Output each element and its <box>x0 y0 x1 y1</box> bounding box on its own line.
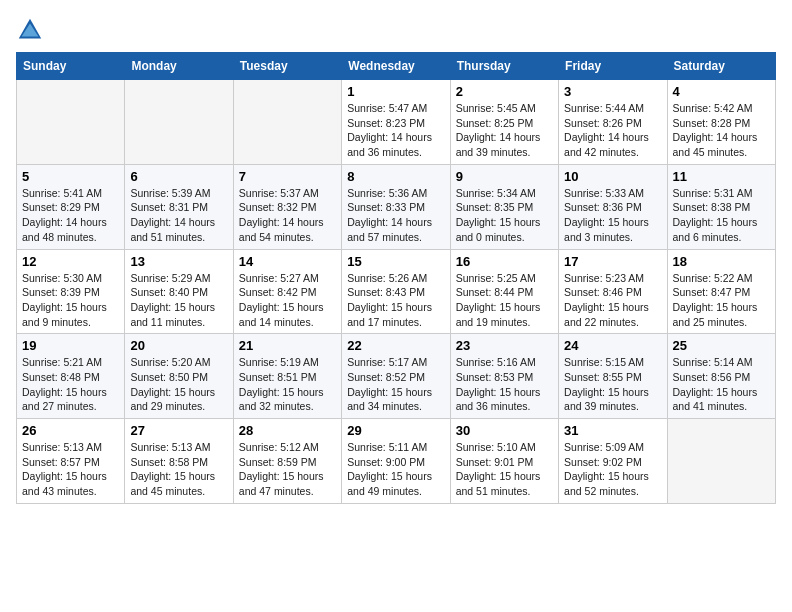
day-number: 30 <box>456 423 553 438</box>
day-info: Sunrise: 5:19 AM Sunset: 8:51 PM Dayligh… <box>239 355 336 414</box>
day-number: 10 <box>564 169 661 184</box>
day-number: 24 <box>564 338 661 353</box>
day-info: Sunrise: 5:20 AM Sunset: 8:50 PM Dayligh… <box>130 355 227 414</box>
day-cell: 6Sunrise: 5:39 AM Sunset: 8:31 PM Daylig… <box>125 164 233 249</box>
day-number: 25 <box>673 338 770 353</box>
day-cell: 1Sunrise: 5:47 AM Sunset: 8:23 PM Daylig… <box>342 80 450 165</box>
day-info: Sunrise: 5:36 AM Sunset: 8:33 PM Dayligh… <box>347 186 444 245</box>
day-cell: 14Sunrise: 5:27 AM Sunset: 8:42 PM Dayli… <box>233 249 341 334</box>
day-cell: 25Sunrise: 5:14 AM Sunset: 8:56 PM Dayli… <box>667 334 775 419</box>
day-cell: 29Sunrise: 5:11 AM Sunset: 9:00 PM Dayli… <box>342 419 450 504</box>
day-number: 6 <box>130 169 227 184</box>
column-header-monday: Monday <box>125 53 233 80</box>
day-number: 22 <box>347 338 444 353</box>
day-info: Sunrise: 5:41 AM Sunset: 8:29 PM Dayligh… <box>22 186 119 245</box>
day-info: Sunrise: 5:15 AM Sunset: 8:55 PM Dayligh… <box>564 355 661 414</box>
day-info: Sunrise: 5:26 AM Sunset: 8:43 PM Dayligh… <box>347 271 444 330</box>
day-number: 5 <box>22 169 119 184</box>
day-cell: 8Sunrise: 5:36 AM Sunset: 8:33 PM Daylig… <box>342 164 450 249</box>
header <box>16 16 776 44</box>
day-info: Sunrise: 5:10 AM Sunset: 9:01 PM Dayligh… <box>456 440 553 499</box>
day-info: Sunrise: 5:25 AM Sunset: 8:44 PM Dayligh… <box>456 271 553 330</box>
day-cell: 18Sunrise: 5:22 AM Sunset: 8:47 PM Dayli… <box>667 249 775 334</box>
day-number: 14 <box>239 254 336 269</box>
day-info: Sunrise: 5:21 AM Sunset: 8:48 PM Dayligh… <box>22 355 119 414</box>
week-row-3: 12Sunrise: 5:30 AM Sunset: 8:39 PM Dayli… <box>17 249 776 334</box>
day-cell <box>17 80 125 165</box>
day-cell: 28Sunrise: 5:12 AM Sunset: 8:59 PM Dayli… <box>233 419 341 504</box>
day-number: 9 <box>456 169 553 184</box>
day-number: 31 <box>564 423 661 438</box>
column-header-wednesday: Wednesday <box>342 53 450 80</box>
column-header-thursday: Thursday <box>450 53 558 80</box>
day-info: Sunrise: 5:13 AM Sunset: 8:58 PM Dayligh… <box>130 440 227 499</box>
day-cell: 15Sunrise: 5:26 AM Sunset: 8:43 PM Dayli… <box>342 249 450 334</box>
day-cell: 23Sunrise: 5:16 AM Sunset: 8:53 PM Dayli… <box>450 334 558 419</box>
day-number: 4 <box>673 84 770 99</box>
logo-icon <box>16 16 44 44</box>
day-number: 21 <box>239 338 336 353</box>
day-cell: 2Sunrise: 5:45 AM Sunset: 8:25 PM Daylig… <box>450 80 558 165</box>
day-info: Sunrise: 5:33 AM Sunset: 8:36 PM Dayligh… <box>564 186 661 245</box>
day-number: 29 <box>347 423 444 438</box>
day-cell: 19Sunrise: 5:21 AM Sunset: 8:48 PM Dayli… <box>17 334 125 419</box>
day-number: 19 <box>22 338 119 353</box>
day-cell <box>667 419 775 504</box>
day-info: Sunrise: 5:42 AM Sunset: 8:28 PM Dayligh… <box>673 101 770 160</box>
day-info: Sunrise: 5:45 AM Sunset: 8:25 PM Dayligh… <box>456 101 553 160</box>
day-info: Sunrise: 5:39 AM Sunset: 8:31 PM Dayligh… <box>130 186 227 245</box>
day-info: Sunrise: 5:29 AM Sunset: 8:40 PM Dayligh… <box>130 271 227 330</box>
day-info: Sunrise: 5:17 AM Sunset: 8:52 PM Dayligh… <box>347 355 444 414</box>
logo <box>16 16 48 44</box>
day-cell: 20Sunrise: 5:20 AM Sunset: 8:50 PM Dayli… <box>125 334 233 419</box>
day-cell: 9Sunrise: 5:34 AM Sunset: 8:35 PM Daylig… <box>450 164 558 249</box>
week-row-4: 19Sunrise: 5:21 AM Sunset: 8:48 PM Dayli… <box>17 334 776 419</box>
day-info: Sunrise: 5:14 AM Sunset: 8:56 PM Dayligh… <box>673 355 770 414</box>
day-cell: 31Sunrise: 5:09 AM Sunset: 9:02 PM Dayli… <box>559 419 667 504</box>
week-row-5: 26Sunrise: 5:13 AM Sunset: 8:57 PM Dayli… <box>17 419 776 504</box>
day-number: 8 <box>347 169 444 184</box>
day-info: Sunrise: 5:27 AM Sunset: 8:42 PM Dayligh… <box>239 271 336 330</box>
day-number: 23 <box>456 338 553 353</box>
day-info: Sunrise: 5:44 AM Sunset: 8:26 PM Dayligh… <box>564 101 661 160</box>
day-info: Sunrise: 5:16 AM Sunset: 8:53 PM Dayligh… <box>456 355 553 414</box>
day-cell <box>233 80 341 165</box>
day-number: 15 <box>347 254 444 269</box>
day-cell: 22Sunrise: 5:17 AM Sunset: 8:52 PM Dayli… <box>342 334 450 419</box>
day-cell <box>125 80 233 165</box>
day-info: Sunrise: 5:12 AM Sunset: 8:59 PM Dayligh… <box>239 440 336 499</box>
day-info: Sunrise: 5:23 AM Sunset: 8:46 PM Dayligh… <box>564 271 661 330</box>
day-number: 7 <box>239 169 336 184</box>
day-cell: 7Sunrise: 5:37 AM Sunset: 8:32 PM Daylig… <box>233 164 341 249</box>
day-number: 17 <box>564 254 661 269</box>
week-row-2: 5Sunrise: 5:41 AM Sunset: 8:29 PM Daylig… <box>17 164 776 249</box>
calendar-header-row: SundayMondayTuesdayWednesdayThursdayFrid… <box>17 53 776 80</box>
day-info: Sunrise: 5:09 AM Sunset: 9:02 PM Dayligh… <box>564 440 661 499</box>
day-cell: 21Sunrise: 5:19 AM Sunset: 8:51 PM Dayli… <box>233 334 341 419</box>
day-cell: 10Sunrise: 5:33 AM Sunset: 8:36 PM Dayli… <box>559 164 667 249</box>
day-cell: 12Sunrise: 5:30 AM Sunset: 8:39 PM Dayli… <box>17 249 125 334</box>
column-header-sunday: Sunday <box>17 53 125 80</box>
day-cell: 3Sunrise: 5:44 AM Sunset: 8:26 PM Daylig… <box>559 80 667 165</box>
day-info: Sunrise: 5:37 AM Sunset: 8:32 PM Dayligh… <box>239 186 336 245</box>
day-number: 27 <box>130 423 227 438</box>
day-number: 11 <box>673 169 770 184</box>
day-cell: 4Sunrise: 5:42 AM Sunset: 8:28 PM Daylig… <box>667 80 775 165</box>
day-info: Sunrise: 5:11 AM Sunset: 9:00 PM Dayligh… <box>347 440 444 499</box>
column-header-saturday: Saturday <box>667 53 775 80</box>
day-info: Sunrise: 5:22 AM Sunset: 8:47 PM Dayligh… <box>673 271 770 330</box>
day-cell: 17Sunrise: 5:23 AM Sunset: 8:46 PM Dayli… <box>559 249 667 334</box>
day-number: 26 <box>22 423 119 438</box>
day-cell: 5Sunrise: 5:41 AM Sunset: 8:29 PM Daylig… <box>17 164 125 249</box>
day-cell: 11Sunrise: 5:31 AM Sunset: 8:38 PM Dayli… <box>667 164 775 249</box>
day-info: Sunrise: 5:47 AM Sunset: 8:23 PM Dayligh… <box>347 101 444 160</box>
day-info: Sunrise: 5:34 AM Sunset: 8:35 PM Dayligh… <box>456 186 553 245</box>
day-cell: 13Sunrise: 5:29 AM Sunset: 8:40 PM Dayli… <box>125 249 233 334</box>
day-number: 16 <box>456 254 553 269</box>
day-cell: 16Sunrise: 5:25 AM Sunset: 8:44 PM Dayli… <box>450 249 558 334</box>
day-number: 20 <box>130 338 227 353</box>
column-header-friday: Friday <box>559 53 667 80</box>
week-row-1: 1Sunrise: 5:47 AM Sunset: 8:23 PM Daylig… <box>17 80 776 165</box>
calendar: SundayMondayTuesdayWednesdayThursdayFrid… <box>16 52 776 504</box>
day-number: 3 <box>564 84 661 99</box>
